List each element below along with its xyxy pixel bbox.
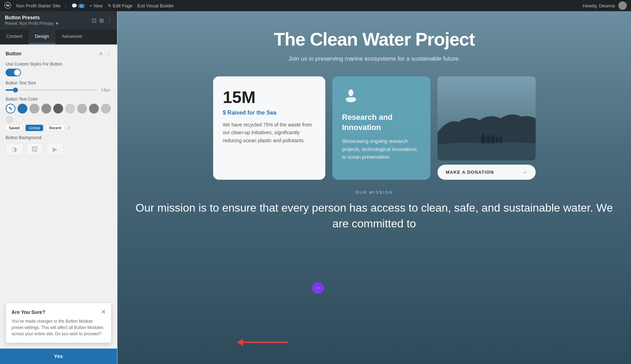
slider-track: [6, 89, 97, 91]
button-section-header: Button ∧ ⋮: [6, 50, 111, 57]
howdy-text: Howdy, Deanna: [583, 3, 615, 8]
svg-point-2: [348, 89, 353, 96]
svg-point-6: [491, 135, 495, 144]
tab-content[interactable]: Content: [0, 29, 29, 44]
donate-btn-label: MAKE A DONATION: [446, 170, 494, 175]
site-title: The Clean Water Project: [124, 29, 624, 50]
site-name-link[interactable]: Non Profit Starter Site: [16, 3, 60, 8]
color-light1[interactable]: [65, 104, 75, 114]
bg-box-gradient[interactable]: ◑: [6, 143, 23, 156]
donate-btn-arrow-icon: →: [522, 170, 527, 175]
right-content: The Clean Water Project Join us in prese…: [117, 11, 631, 364]
text-size-label: Button Text Size: [6, 81, 111, 85]
card-research: Research and Innovation Showcasing ongoi…: [332, 76, 430, 180]
color-picker-icon[interactable]: ✎: [6, 104, 15, 114]
panel-title: Button Presets: [5, 15, 59, 20]
panel-preset[interactable]: Preset: Non Profit Primary ▼: [5, 21, 59, 26]
panel-header-icons: ⊡ ⊞ ⋮: [92, 17, 112, 24]
tab-bar: Content Design Advanced: [0, 29, 117, 44]
columns-icon[interactable]: ⊞: [99, 17, 104, 24]
color-white[interactable]: [15, 116, 23, 123]
tab-advanced[interactable]: Advanced: [55, 29, 88, 44]
color-blue[interactable]: [18, 104, 27, 114]
section-menu-icon[interactable]: ⋮: [106, 50, 111, 57]
avatar: [618, 1, 627, 10]
new-link[interactable]: + New: [90, 3, 103, 8]
responsive-icon[interactable]: ⊡: [92, 17, 96, 24]
panel-title-group: Button Presets Preset: Non Profit Primar…: [5, 15, 59, 26]
section-collapse-icon[interactable]: ∧: [99, 50, 103, 57]
more-options-icon[interactable]: ⋮: [107, 17, 112, 24]
comments-link[interactable]: 💬 0: [72, 3, 85, 8]
color-lightest[interactable]: [6, 116, 13, 123]
exit-builder-link[interactable]: Exit Visual Builder: [137, 3, 174, 8]
gradient-icon: ◑: [12, 145, 17, 153]
color-filter-row: Saved Global Recent ↺: [6, 125, 111, 131]
image-icon: 🖼: [32, 146, 38, 153]
separator: |: [65, 3, 66, 8]
custom-styles-label: Use Custom Styles For Button: [6, 62, 111, 67]
button-section-title: Button: [6, 51, 21, 56]
filter-recent-btn[interactable]: Recent: [46, 125, 65, 131]
donate-button[interactable]: MAKE A DONATION →: [437, 165, 536, 180]
wp-logo-icon[interactable]: W: [4, 2, 11, 10]
bg-box-video[interactable]: ▶: [46, 143, 64, 156]
svg-text:W: W: [6, 3, 10, 7]
comment-count: 0: [78, 4, 84, 8]
mission-eyebrow: OUR MISSION: [131, 190, 617, 194]
toggle-track-on[interactable]: [6, 69, 21, 76]
photo-box: [437, 76, 536, 160]
svg-point-8: [499, 136, 502, 144]
chat-bubble-icon[interactable]: ···: [312, 282, 324, 294]
text-color-label: Button Text Color: [6, 97, 111, 102]
text-size-slider[interactable]: 14px: [6, 88, 111, 92]
color-mid[interactable]: [89, 104, 99, 114]
bg-box-image[interactable]: 🖼: [26, 143, 43, 156]
background-label: Button Background: [6, 135, 111, 140]
background-boxes: ◑ 🖼 ▶: [6, 143, 111, 156]
svg-point-4: [481, 134, 485, 144]
tab-design[interactable]: Design: [29, 29, 55, 44]
red-arrow-indicator: [237, 339, 289, 346]
admin-bar-left: W Non Profit Starter Site | 💬 0 + New ✎ …: [4, 2, 577, 10]
custom-styles-toggle[interactable]: [6, 69, 111, 76]
color-silver[interactable]: [101, 104, 111, 114]
confirm-title-row: Are You Sure? ✕: [12, 309, 106, 315]
edit-page-link[interactable]: ✎ Edit Page: [108, 3, 133, 8]
site-preview: The Clean Water Project Join us in prese…: [117, 11, 631, 364]
confirm-close-btn[interactable]: ✕: [101, 309, 106, 315]
water-drop-hand-icon: [342, 88, 421, 108]
coastal-photo: [437, 76, 536, 160]
card-raised: 15M $ Raised for the Sea We have recycle…: [213, 76, 325, 180]
filter-saved-btn[interactable]: Saved: [6, 125, 23, 131]
confirm-title-text: Are You Sure?: [12, 309, 45, 315]
color-gray2[interactable]: [41, 104, 51, 114]
color-gray1[interactable]: [29, 104, 39, 114]
main-layout: Button Presets Preset: Non Profit Primar…: [0, 11, 631, 364]
card-heading: Research and Innovation: [342, 112, 421, 132]
color-reset-icon[interactable]: ↺: [67, 126, 70, 130]
svg-point-7: [496, 137, 498, 144]
card-link[interactable]: $ Raised for the Sea: [223, 110, 316, 116]
site-subtitle: Join us in preserving marine ecosystems …: [124, 55, 624, 62]
video-icon: ▶: [53, 145, 57, 153]
admin-bar: W Non Profit Starter Site | 💬 0 + New ✎ …: [0, 0, 631, 11]
slider-thumb: [13, 88, 18, 92]
filter-global-btn[interactable]: Global: [26, 125, 43, 131]
cards-row: 15M $ Raised for the Sea We have recycle…: [117, 76, 631, 180]
confirm-dialog: Are You Sure? ✕ You've made changes to t…: [6, 303, 111, 343]
mission-text: Our mission is to ensure that every pers…: [131, 200, 617, 232]
svg-point-5: [487, 135, 490, 144]
confirm-message: You've made changes to the Button Module…: [12, 318, 106, 337]
mission-section: OUR MISSION Our mission is to ensure tha…: [117, 180, 631, 239]
card-photo: MAKE A DONATION →: [437, 76, 536, 180]
card-body-text: We have recycled 75% of the waste from o…: [223, 121, 316, 144]
card-description: Showcasing ongoing research projects, te…: [342, 137, 421, 161]
preset-arrow-icon: ▼: [55, 21, 59, 26]
yes-button[interactable]: Yes: [0, 349, 117, 364]
color-light2[interactable]: [77, 104, 87, 114]
left-panel: Button Presets Preset: Non Profit Primar…: [0, 11, 117, 364]
slider-value: 14px: [101, 88, 111, 92]
panel-header: Button Presets Preset: Non Profit Primar…: [0, 11, 117, 29]
color-gray3[interactable]: [53, 104, 63, 114]
